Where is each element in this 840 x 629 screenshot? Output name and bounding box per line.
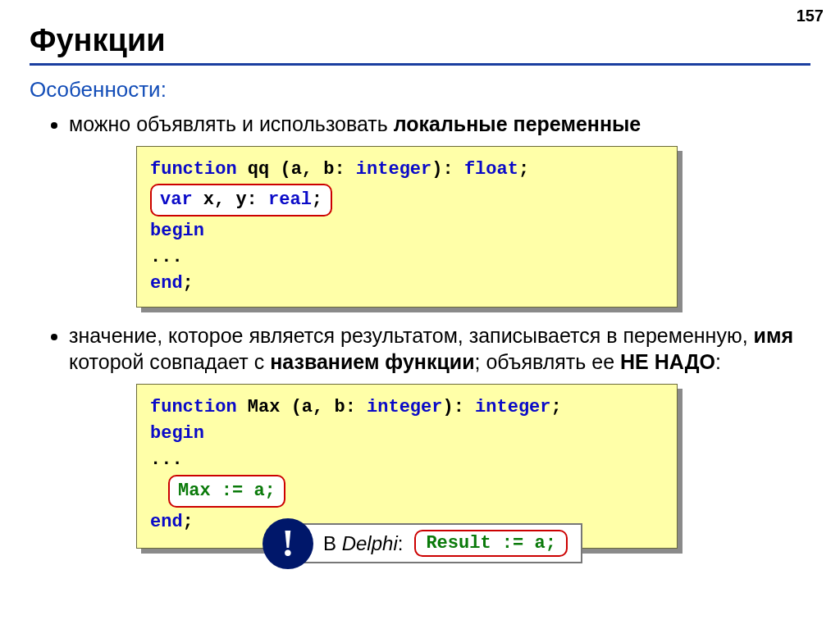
code-text: ): — [431, 159, 464, 180]
page-number: 157 — [797, 7, 824, 25]
delphi-suffix: : — [398, 532, 404, 554]
page-title: Функции — [30, 23, 810, 58]
bullet-bold: названием функции — [270, 350, 474, 373]
bullet-text: : — [715, 350, 721, 373]
code-text: ; — [183, 512, 194, 532]
code-text: ... — [150, 247, 183, 267]
delphi-prefix: В — [323, 532, 342, 554]
kw-var: var — [160, 189, 193, 210]
code-text: qq (a, b: — [237, 159, 356, 180]
code-text: ; — [312, 189, 322, 210]
bullet-text: значение, которое является результатом, … — [69, 324, 754, 347]
code-block-2: function Max (a, b: integer): integer; b… — [136, 384, 678, 549]
list-item: значение, которое является результатом, … — [69, 322, 810, 376]
delphi-label: В Delphi: — [323, 532, 403, 555]
kw-integer: integer — [475, 397, 550, 417]
bullet-bold: имя — [754, 324, 793, 347]
code-text: ; — [518, 159, 529, 180]
kw-real: real — [268, 189, 312, 210]
delphi-box: В Delphi: Result := a; — [289, 523, 582, 563]
kw-float: float — [464, 159, 518, 180]
bullet-bold: НЕ НАДО — [620, 350, 715, 373]
kw-begin: begin — [150, 423, 204, 444]
exclamation-icon: ! — [262, 518, 313, 569]
bullet-text: ; объявлять ее — [475, 350, 620, 373]
kw-begin: begin — [150, 221, 204, 241]
code-content: function qq (a, b: integer): float; var … — [136, 146, 678, 308]
bullet-text: можно объявлять и использовать — [69, 112, 394, 135]
code-assign: Max := a; — [178, 481, 276, 501]
slide-body: Функции Особенности: можно объявлять и и… — [0, 0, 840, 549]
bullet-text: которой совпадает с — [69, 350, 270, 373]
bullet-list: можно объявлять и использовать локальные… — [30, 111, 810, 138]
code-text: Max (a, b: — [237, 397, 367, 417]
kw-function: function — [150, 397, 237, 417]
title-rule — [30, 63, 810, 66]
code-text: x, y: — [193, 189, 268, 210]
subheading: Особенности: — [30, 77, 810, 103]
kw-integer: integer — [356, 159, 431, 180]
var-highlight: var x, y: real; — [150, 184, 332, 217]
kw-integer: integer — [367, 397, 442, 417]
delphi-callout: ! В Delphi: Result := a; — [262, 523, 582, 563]
delphi-name: Delphi — [342, 532, 398, 554]
kw-function: function — [150, 159, 237, 180]
assign-highlight: Max := a; — [168, 475, 285, 508]
kw-end: end — [150, 273, 183, 294]
code-text: ; — [183, 273, 194, 294]
result-highlight: Result := a; — [414, 530, 567, 557]
bullet-bold: локальные переменные — [394, 112, 641, 135]
code-text: ): — [442, 397, 475, 417]
code-text: ; — [551, 397, 562, 417]
bullet-list-2: значение, которое является результатом, … — [30, 322, 810, 376]
list-item: можно объявлять и использовать локальные… — [69, 111, 810, 138]
code-block-1: function qq (a, b: integer): float; var … — [136, 146, 678, 308]
kw-end: end — [150, 512, 183, 532]
code-text: ... — [150, 449, 183, 470]
